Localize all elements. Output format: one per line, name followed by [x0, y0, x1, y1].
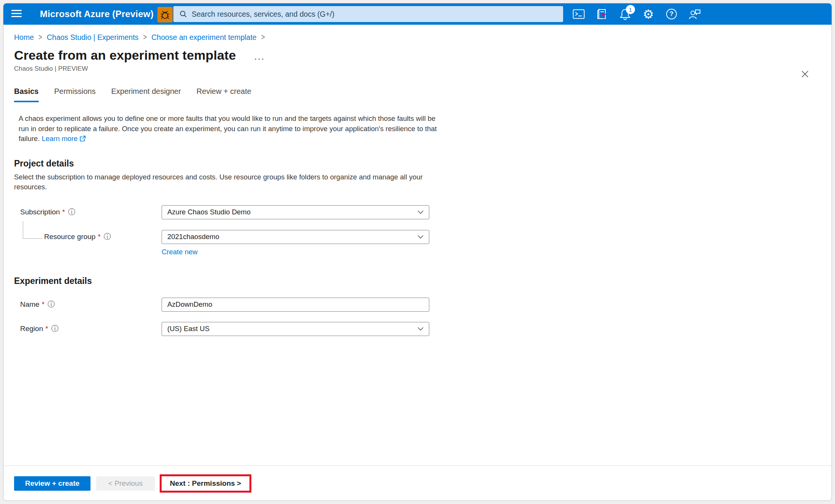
breadcrumb-chaos-studio-experiments[interactable]: Chaos Studio | Experiments: [47, 33, 138, 42]
region-dropdown[interactable]: (US) East US: [162, 322, 429, 336]
breadcrumb-separator: >: [38, 33, 42, 42]
breadcrumb-separator: >: [261, 33, 265, 42]
subscription-value: Azure Chaos Studio Demo: [167, 208, 418, 216]
tab-review-create[interactable]: Review + create: [197, 87, 251, 102]
project-details-description: Select the subscription to manage deploy…: [14, 172, 440, 192]
intro-paragraph: A chaos experiment allows you to define …: [19, 114, 440, 144]
tab-experiment-designer[interactable]: Experiment designer: [111, 87, 181, 102]
resource-group-row: Resource group * ⓘ 2021chaosdemo: [20, 230, 832, 244]
page-subtitle: Chaos Studio | PREVIEW: [14, 65, 832, 73]
breadcrumb-separator: >: [143, 33, 147, 42]
close-icon[interactable]: [800, 70, 810, 79]
previous-button[interactable]: < Previous: [96, 476, 155, 491]
page-title: Create from an experiment template: [14, 48, 236, 63]
top-bar: Microsoft Azure (Preview): [3, 3, 832, 25]
required-marker: *: [42, 300, 44, 309]
subscription-label: Subscription: [20, 208, 60, 216]
subscription-dropdown[interactable]: Azure Chaos Studio Demo: [162, 205, 429, 219]
resource-group-label: Resource group: [44, 233, 95, 241]
name-row: Name * ⓘ: [20, 298, 832, 312]
annotation-highlight-box: Next : Permissions >: [160, 474, 251, 493]
required-marker: *: [98, 233, 100, 241]
region-row: Region * ⓘ (US) East US: [20, 322, 832, 336]
external-link-icon: [79, 135, 86, 142]
wizard-footer: Review + create < Previous Next : Permis…: [3, 466, 832, 501]
settings-gear-icon[interactable]: ⚙: [642, 8, 655, 21]
breadcrumb-home[interactable]: Home: [14, 33, 34, 42]
chevron-down-icon: [418, 210, 424, 214]
create-new-link[interactable]: Create new: [162, 248, 198, 256]
wizard-tabs: Basics Permissions Experiment designer R…: [14, 87, 832, 102]
bug-report-icon[interactable]: [157, 7, 173, 22]
info-icon[interactable]: ⓘ: [104, 232, 111, 242]
experiment-name-input[interactable]: [162, 298, 429, 312]
learn-more-link[interactable]: Learn more: [42, 135, 78, 143]
subscription-row: Subscription * ⓘ Azure Chaos Studio Demo: [20, 205, 832, 219]
portal-brand-title[interactable]: Microsoft Azure (Preview): [40, 3, 154, 25]
experiment-details-form: Name * ⓘ Region * ⓘ (US) East US: [20, 298, 832, 336]
project-details-form: Subscription * ⓘ Azure Chaos Studio Demo…: [20, 205, 832, 256]
resource-group-value: 2021chaosdemo: [167, 233, 418, 241]
search-icon: [179, 10, 187, 18]
child-resource-connector: [23, 221, 43, 239]
required-marker: *: [45, 325, 48, 333]
topbar-icon-group: 1 ⚙ ?: [572, 8, 701, 21]
project-details-heading: Project details: [14, 158, 832, 169]
info-icon[interactable]: ⓘ: [68, 207, 75, 217]
search-input[interactable]: [192, 10, 534, 19]
breadcrumb-choose-template[interactable]: Choose an experiment template: [151, 33, 256, 42]
resource-group-dropdown[interactable]: 2021chaosdemo: [162, 230, 429, 244]
breadcrumb: Home > Chaos Studio | Experiments > Choo…: [14, 33, 832, 42]
info-icon[interactable]: ⓘ: [48, 300, 55, 309]
experiment-details-heading: Experiment details: [14, 276, 832, 286]
info-icon[interactable]: ⓘ: [51, 324, 59, 334]
hamburger-menu-icon[interactable]: [11, 10, 22, 18]
chevron-down-icon: [418, 327, 424, 331]
notifications-bell-icon[interactable]: 1: [619, 8, 632, 21]
chevron-down-icon: [418, 235, 424, 239]
review-create-button[interactable]: Review + create: [14, 476, 90, 491]
more-options-ellipsis[interactable]: ...: [254, 51, 265, 62]
tab-permissions[interactable]: Permissions: [54, 87, 96, 102]
next-permissions-button[interactable]: Next : Permissions >: [162, 476, 249, 491]
notification-badge: 1: [626, 5, 635, 14]
region-value: (US) East US: [167, 325, 418, 333]
name-label: Name: [20, 300, 40, 309]
region-label: Region: [20, 325, 43, 333]
azure-portal-window: Microsoft Azure (Preview): [3, 3, 832, 501]
page-content: Home > Chaos Studio | Experiments > Choo…: [3, 25, 832, 466]
directory-filter-icon[interactable]: [595, 8, 608, 21]
help-icon[interactable]: ?: [665, 8, 678, 21]
global-search[interactable]: [173, 6, 563, 22]
required-marker: *: [62, 208, 65, 216]
tab-basics[interactable]: Basics: [14, 87, 39, 102]
cloud-shell-icon[interactable]: [572, 8, 585, 21]
feedback-icon[interactable]: [688, 8, 701, 21]
